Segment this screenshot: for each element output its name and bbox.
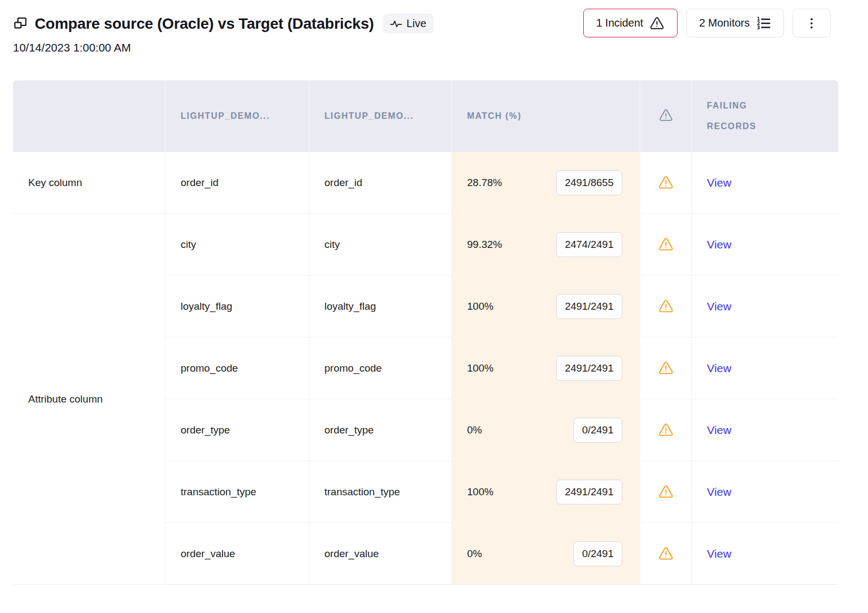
match-cell: 100% 2491/2491 (452, 461, 640, 523)
match-percent: 28.78% (467, 177, 502, 189)
page-title: Compare source (Oracle) vs Target (Datab… (35, 15, 374, 33)
row-warning-cell (640, 523, 692, 585)
source-column-value: loyalty_flag (165, 276, 309, 337)
row-warning-cell (640, 214, 692, 276)
column-header-failing-records[interactable]: FAILING RECORDS (692, 80, 838, 152)
match-ratio-pill[interactable]: 0/2491 (573, 541, 622, 566)
source-column-value: order_type (165, 399, 309, 461)
svg-text:3: 3 (757, 24, 760, 30)
warning-triangle-icon (658, 484, 674, 500)
match-ratio-pill[interactable]: 2491/8655 (556, 170, 622, 195)
view-link[interactable]: View (707, 486, 731, 498)
timestamp: 10/14/2023 1:00:00 AM (13, 41, 433, 54)
topbar: Compare source (Oracle) vs Target (Datab… (0, 0, 868, 54)
warning-triangle-icon (649, 16, 665, 31)
match-ratio-pill[interactable]: 0/2491 (573, 418, 622, 443)
match-ratio-pill[interactable]: 2491/2491 (556, 480, 622, 505)
column-header-warning (640, 80, 692, 152)
live-badge: Live (383, 14, 433, 34)
more-options-button[interactable] (793, 9, 831, 37)
warning-triangle-icon (658, 546, 674, 561)
incident-button-label: 1 Incident (596, 17, 643, 29)
row-warning-cell (640, 461, 692, 523)
row-warning-cell (640, 337, 692, 399)
match-percent: 100% (467, 301, 494, 312)
match-percent: 0% (467, 548, 482, 560)
match-percent: 100% (467, 486, 494, 498)
match-cell: 28.78% 2491/8655 (452, 152, 640, 214)
source-column-value: order_value (165, 523, 309, 585)
target-column-value: promo_code (309, 337, 452, 399)
view-link[interactable]: View (707, 238, 731, 251)
source-column-value: order_id (165, 152, 309, 214)
row-warning-cell (640, 399, 692, 461)
table-row: Key column order_id order_id 28.78% 2491… (13, 152, 838, 214)
table-row: Attribute column city city 99.32% 2474/2… (13, 214, 838, 276)
monitors-button[interactable]: 2 Monitors 123 (686, 9, 784, 37)
comparison-table: LIGHTUP_DEMO... LIGHTUP_DEMO... MATCH (%… (13, 80, 838, 585)
failing-records-cell: View (692, 214, 838, 276)
match-ratio-pill[interactable]: 2491/2491 (556, 294, 622, 319)
match-cell: 100% 2491/2491 (452, 276, 640, 337)
action-buttons: 1 Incident 2 Monitors 123 (583, 9, 831, 37)
column-header-group (13, 80, 165, 152)
failing-records-cell: View (692, 152, 838, 214)
table-header-row: LIGHTUP_DEMO... LIGHTUP_DEMO... MATCH (%… (13, 80, 838, 152)
target-column-value: city (309, 214, 452, 276)
view-link[interactable]: View (707, 547, 731, 560)
failing-records-cell: View (692, 276, 838, 337)
warning-triangle-icon (658, 422, 674, 438)
warning-triangle-icon (658, 175, 674, 190)
warning-triangle-icon (658, 360, 674, 376)
match-ratio-pill[interactable]: 2491/2491 (556, 356, 622, 381)
target-column-value: order_value (309, 523, 452, 585)
row-warning-cell (640, 276, 692, 337)
row-warning-cell (640, 152, 692, 214)
source-column-value: city (165, 214, 309, 276)
row-group-label: Attribute column (13, 214, 165, 585)
match-cell: 99.32% 2474/2491 (452, 214, 640, 276)
match-ratio-pill[interactable]: 2474/2491 (556, 232, 622, 257)
monitors-button-label: 2 Monitors (699, 17, 750, 29)
target-column-value: transaction_type (309, 461, 452, 523)
match-cell: 0% 0/2491 (452, 523, 640, 585)
match-percent: 99.32% (467, 239, 502, 251)
failing-records-cell: View (692, 523, 838, 585)
view-link[interactable]: View (707, 176, 731, 189)
column-header-match[interactable]: MATCH (%) (452, 80, 640, 152)
warning-triangle-icon (658, 237, 674, 252)
failing-records-cell: View (692, 399, 838, 461)
pulse-icon (390, 20, 402, 28)
source-column-value: transaction_type (165, 461, 309, 523)
live-label: Live (406, 17, 426, 30)
target-column-value: order_type (309, 399, 452, 461)
view-link[interactable]: View (707, 424, 731, 436)
warning-triangle-icon (658, 298, 674, 314)
column-header-target[interactable]: LIGHTUP_DEMO... (309, 80, 452, 152)
target-column-value: loyalty_flag (309, 276, 452, 337)
source-column-value: promo_code (165, 337, 309, 399)
match-cell: 100% 2491/2491 (452, 337, 640, 399)
row-group-label: Key column (13, 152, 165, 214)
kebab-menu-icon (805, 16, 819, 30)
match-cell: 0% 0/2491 (452, 399, 640, 461)
failing-records-cell: View (692, 461, 838, 523)
failing-records-cell: View (692, 337, 838, 399)
column-header-source[interactable]: LIGHTUP_DEMO... (165, 80, 309, 152)
title-block: Compare source (Oracle) vs Target (Datab… (13, 9, 433, 54)
match-percent: 0% (467, 424, 482, 436)
target-column-value: order_id (309, 152, 452, 214)
warning-triangle-icon (659, 108, 673, 123)
compare-windows-icon (13, 16, 28, 31)
ordered-list-icon: 123 (756, 16, 771, 31)
match-percent: 100% (467, 362, 494, 374)
incident-button[interactable]: 1 Incident (583, 9, 678, 37)
view-link[interactable]: View (707, 300, 731, 312)
view-link[interactable]: View (707, 362, 731, 374)
